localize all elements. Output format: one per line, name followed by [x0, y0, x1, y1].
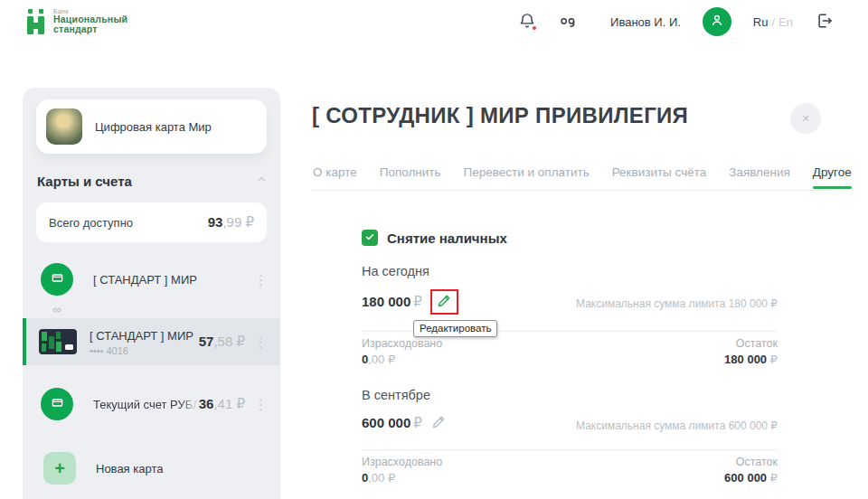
account-name: Текущий счет РУБЛИ 40 [93, 398, 199, 411]
account-balance: 57,58 ₽ [199, 334, 245, 350]
account-icon [41, 388, 73, 420]
account-menu-button[interactable]: ⋮ [254, 398, 268, 411]
account-icon [41, 263, 73, 296]
tab-drugoe[interactable]: Другое [813, 165, 852, 179]
rest-value-september: 600 000 ₽ [724, 471, 778, 485]
rest-value-today: 180 000 ₽ [724, 353, 778, 366]
account-row-standart-mir-4016-selected[interactable]: [ СТАНДАРТ ] МИР •••• 4016 57,58 ₽ ⋮ [23, 318, 280, 365]
cash-withdrawal-checkbox[interactable] [362, 230, 378, 246]
account-row-current-rub[interactable]: Текущий счет РУБЛИ 40 36,41 ₽ ⋮ [23, 383, 280, 425]
new-card-button[interactable]: + Новая карта [43, 452, 163, 485]
notification-badge [531, 24, 538, 32]
digital-card-banner[interactable]: Цифровая карта Мир [36, 99, 267, 154]
section-title: Карты и счета [37, 174, 132, 189]
support-button[interactable] [558, 12, 578, 33]
notifications-button[interactable] [518, 11, 536, 33]
account-name: [ СТАНДАРТ ] МИР [90, 329, 193, 343]
account-menu-button[interactable]: ⋮ [254, 273, 268, 287]
check-icon [364, 230, 375, 246]
card-icon [51, 396, 64, 412]
total-available-card: Всего доступно 93,99 ₽ [36, 202, 267, 242]
spent-value-september: 0,00 ₽ [362, 471, 395, 485]
account-balance: 36,41 ₽ [199, 396, 245, 412]
headset-icon [558, 12, 578, 33]
limit-amount-september: 600 000₽ [362, 415, 422, 431]
annotation-highlight [430, 289, 458, 315]
plus-icon: + [43, 452, 76, 485]
lang-en[interactable]: En [778, 15, 793, 29]
linked-accounts-icon [50, 303, 64, 319]
max-limit-text-september: Максимальная сумма лимита 600 000 ₽ [576, 419, 778, 432]
close-icon: × [802, 111, 809, 126]
tab-zayavleniya[interactable]: Заявления [729, 165, 790, 179]
tab-o-karte[interactable]: О карте [313, 165, 357, 179]
divider [362, 449, 778, 450]
account-number: •••• 4016 [90, 345, 199, 356]
pencil-icon [436, 292, 453, 312]
max-limit-text-today: Максимальная сумма лимита 180 000 ₽ [576, 297, 778, 310]
card-icon [51, 271, 64, 287]
tab-bar: О карте Пополнить Перевести и оплатить Р… [313, 165, 852, 179]
account-menu-button[interactable]: ⋮ [254, 335, 268, 349]
limit-amount-today: 180 000₽ [362, 294, 422, 310]
avatar[interactable] [703, 7, 731, 36]
bank-logo[interactable]: Банк Национальный стандарт [27, 7, 127, 36]
cards-accounts-section-toggle[interactable]: Карты и счета [37, 173, 268, 189]
period-title-september: В сентябре [362, 388, 430, 402]
rest-label: Остаток [736, 456, 778, 468]
bank-name-line2: стандарт [53, 24, 127, 34]
edit-limit-button[interactable] [436, 292, 453, 312]
tab-perevesti-i-oplatit[interactable]: Перевести и оплатить [464, 165, 590, 179]
spent-value-today: 0,00 ₽ [362, 353, 395, 366]
tab-rekvizity-scheta[interactable]: Реквизиты счёта [612, 165, 707, 179]
person-icon [709, 12, 725, 32]
spent-label: Израсходовано [362, 337, 442, 350]
pencil-icon [430, 413, 448, 433]
logout-icon [815, 12, 834, 33]
lang-ru[interactable]: Ru [753, 15, 769, 29]
card-thumbnail [39, 329, 77, 354]
close-button[interactable]: × [790, 103, 821, 134]
sidebar: Цифровая карта Мир Карты и счета Всего д… [23, 88, 280, 499]
tooltip: Редактировать [413, 320, 497, 337]
tab-popolnit[interactable]: Пополнить [380, 165, 441, 179]
tabs-divider [312, 190, 832, 191]
user-name[interactable]: Иванов И. И. [610, 15, 681, 29]
chevron-up-icon [256, 173, 268, 189]
page-title: [ СОТРУДНИК ] МИР ПРИВИЛЕГИЯ [312, 103, 688, 128]
period-title-today: На сегодня [362, 264, 429, 278]
total-available-label: Всего доступно [49, 216, 133, 230]
language-switch: Ru / En [753, 15, 793, 29]
header: Банк Национальный стандарт Иванов И. И. [0, 0, 868, 43]
total-available-amount: 93,99 ₽ [208, 214, 254, 231]
spent-label: Израсходовано [362, 456, 442, 468]
new-card-label: Новая карта [96, 462, 163, 475]
logout-button[interactable] [815, 12, 834, 33]
account-row-standart-mir[interactable]: [ СТАНДАРТ ] МИР ⋮ [23, 260, 280, 298]
digital-card-image [46, 108, 82, 145]
rest-label: Остаток [736, 337, 778, 350]
edit-limit-button-september[interactable] [430, 413, 448, 433]
digital-card-label: Цифровая карта Мир [95, 120, 212, 134]
bank-logo-icon [27, 9, 47, 36]
account-name: [ СТАНДАРТ ] МИР [93, 273, 245, 287]
cash-withdrawal-label: Снятие наличных [387, 231, 507, 246]
